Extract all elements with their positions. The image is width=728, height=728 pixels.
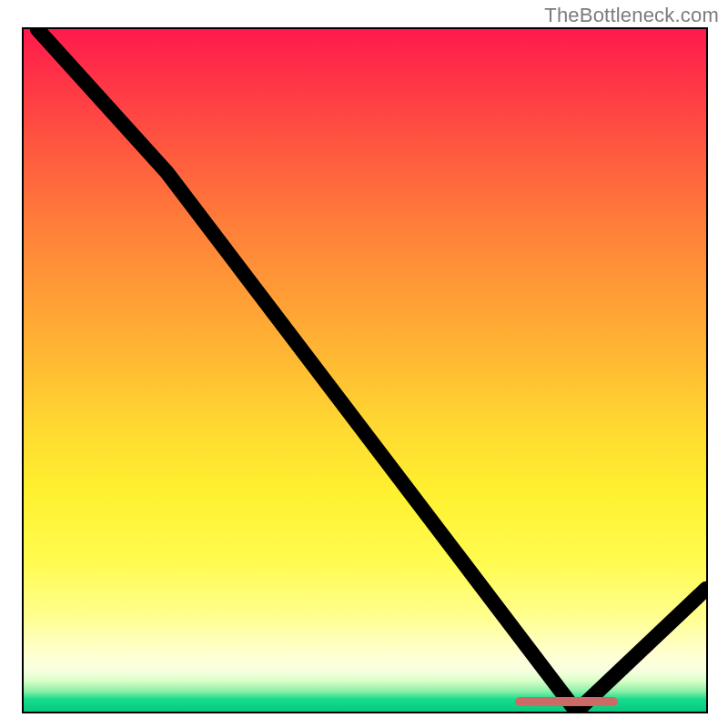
chart-container: TheBottleneck.com	[0, 0, 728, 728]
attribution-text: TheBottleneck.com	[544, 4, 719, 27]
bottleneck-curve	[24, 29, 706, 712]
plot-area	[22, 27, 708, 713]
curve-line	[37, 29, 706, 712]
optimal-range-marker	[515, 697, 618, 706]
